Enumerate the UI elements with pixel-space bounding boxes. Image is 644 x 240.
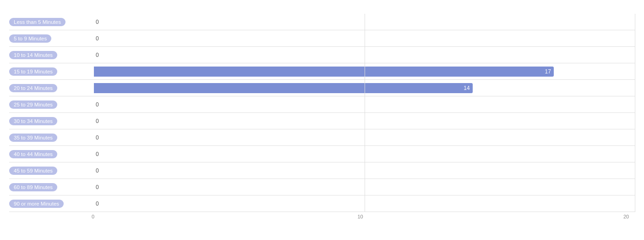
x-tick: 20 bbox=[623, 214, 629, 219]
table-row: 45 to 59 Minutes0 bbox=[9, 162, 635, 179]
table-row: 25 to 29 Minutes0 bbox=[9, 96, 635, 113]
table-row: Less than 5 Minutes0 bbox=[9, 14, 635, 30]
bar-value-zero: 0 bbox=[96, 118, 99, 124]
row-label: 15 to 19 Minutes bbox=[9, 67, 94, 76]
label-pill: 35 to 39 Minutes bbox=[9, 134, 57, 142]
label-pill: 5 to 9 Minutes bbox=[9, 34, 51, 43]
chart-container: Less than 5 Minutes05 to 9 Minutes010 to… bbox=[0, 0, 644, 240]
label-pill: 20 to 24 Minutes bbox=[9, 84, 57, 92]
bar-value-zero: 0 bbox=[96, 184, 99, 190]
row-label: 20 to 24 Minutes bbox=[9, 84, 94, 92]
label-pill: 60 to 89 Minutes bbox=[9, 183, 57, 191]
row-label: 60 to 89 Minutes bbox=[9, 183, 94, 191]
table-row: 20 to 24 Minutes14 bbox=[9, 80, 635, 96]
bar-value-zero: 0 bbox=[96, 19, 99, 25]
grid-line bbox=[365, 14, 365, 212]
label-pill: 90 or more Minutes bbox=[9, 200, 64, 208]
table-row: 5 to 9 Minutes0 bbox=[9, 30, 635, 47]
bar-value-zero: 0 bbox=[96, 151, 99, 157]
row-label: 25 to 29 Minutes bbox=[9, 100, 94, 109]
row-label: 5 to 9 Minutes bbox=[9, 34, 94, 43]
bar-value-zero: 0 bbox=[96, 201, 99, 207]
row-label: 35 to 39 Minutes bbox=[9, 134, 94, 142]
table-row: 15 to 19 Minutes17 bbox=[9, 63, 635, 80]
label-pill: 40 to 44 Minutes bbox=[9, 150, 57, 158]
row-label: 10 to 14 Minutes bbox=[9, 51, 94, 59]
x-tick: 10 bbox=[358, 214, 363, 219]
table-row: 30 to 34 Minutes0 bbox=[9, 113, 635, 129]
label-pill: 45 to 59 Minutes bbox=[9, 167, 57, 175]
table-row: 40 to 44 Minutes0 bbox=[9, 146, 635, 162]
label-pill: 10 to 14 Minutes bbox=[9, 51, 57, 59]
label-pill: 25 to 29 Minutes bbox=[9, 100, 57, 109]
bar-value: 14 bbox=[464, 85, 469, 91]
row-label: 90 or more Minutes bbox=[9, 200, 94, 208]
row-label: Less than 5 Minutes bbox=[9, 18, 94, 26]
label-pill: 30 to 34 Minutes bbox=[9, 117, 57, 125]
bar-value-zero: 0 bbox=[96, 35, 99, 42]
bars-wrapper: Less than 5 Minutes05 to 9 Minutes010 to… bbox=[9, 14, 635, 212]
bar-fill: 14 bbox=[94, 83, 473, 93]
bar-value-zero: 0 bbox=[96, 134, 99, 141]
bar-value-zero: 0 bbox=[96, 167, 99, 174]
table-row: 10 to 14 Minutes0 bbox=[9, 47, 635, 63]
table-row: 60 to 89 Minutes0 bbox=[9, 179, 635, 195]
label-pill: 15 to 19 Minutes bbox=[9, 67, 57, 76]
row-label: 40 to 44 Minutes bbox=[9, 150, 94, 158]
row-label: 30 to 34 Minutes bbox=[9, 117, 94, 125]
bar-value-zero: 0 bbox=[96, 101, 99, 108]
table-row: 35 to 39 Minutes0 bbox=[9, 129, 635, 146]
grid-line bbox=[635, 14, 635, 212]
table-row: 90 or more Minutes0 bbox=[9, 195, 635, 212]
x-tick: 0 bbox=[92, 214, 94, 219]
bar-value: 17 bbox=[545, 68, 551, 75]
bar-value-zero: 0 bbox=[96, 52, 99, 58]
label-pill: Less than 5 Minutes bbox=[9, 18, 65, 26]
bar-fill: 17 bbox=[94, 67, 554, 77]
row-label: 45 to 59 Minutes bbox=[9, 167, 94, 175]
